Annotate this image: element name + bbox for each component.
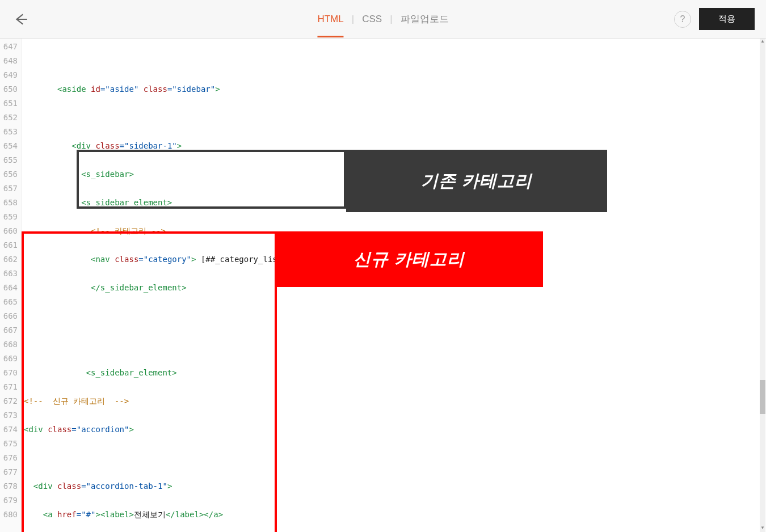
line-number: 653 — [0, 125, 18, 139]
code-editor[interactable]: 6476486496506516526536546556566576586596… — [0, 39, 766, 532]
code-line — [24, 309, 766, 323]
line-number: 658 — [0, 196, 18, 210]
annotation-label-existing: 기존 카테고리 — [346, 150, 607, 212]
line-number: 663 — [0, 267, 18, 281]
tab-upload[interactable]: 파일업로드 — [393, 12, 457, 26]
scroll-up-icon[interactable]: ▲ — [760, 39, 765, 45]
line-number: 648 — [0, 54, 18, 68]
code-line — [24, 54, 766, 68]
line-number: 677 — [0, 465, 18, 479]
line-number: 667 — [0, 323, 18, 337]
line-number: 679 — [0, 493, 18, 508]
line-number: 662 — [0, 252, 18, 267]
code-line — [24, 451, 766, 465]
code-line: <s_sidebar_element> — [24, 366, 766, 380]
code-line: <a href="#"><label>전체보기</label></a> — [24, 508, 766, 522]
line-number: 655 — [0, 153, 18, 167]
line-number: 678 — [0, 479, 18, 493]
tab-css[interactable]: CSS — [354, 14, 390, 25]
line-number: 674 — [0, 423, 18, 437]
arrow-left-icon — [14, 12, 28, 27]
code-line: <div class="accordion-tab-1"> — [24, 479, 766, 493]
line-number: 680 — [0, 508, 18, 522]
line-number: 654 — [0, 139, 18, 153]
line-number: 651 — [0, 96, 18, 111]
annotation-label-new: 신규 카테고리 — [275, 231, 543, 287]
line-number: 673 — [0, 408, 18, 423]
top-toolbar: HTML | CSS | 파일업로드 ? 적용 — [0, 0, 766, 39]
line-number: 661 — [0, 238, 18, 252]
code-line: <!-- 신규 카테고리 --> — [24, 394, 766, 408]
line-number: 675 — [0, 437, 18, 451]
code-line — [24, 337, 766, 352]
line-number: 668 — [0, 337, 18, 352]
code-line — [24, 111, 766, 125]
line-number: 672 — [0, 394, 18, 408]
line-number: 669 — [0, 352, 18, 366]
line-number: 649 — [0, 68, 18, 82]
back-button[interactable] — [11, 10, 31, 29]
code-line: <aside id="aside" class="sidebar"> — [24, 82, 766, 96]
line-number: 665 — [0, 295, 18, 309]
scroll-down-icon[interactable]: ▼ — [760, 525, 765, 532]
code-line: <div class="accordion"> — [24, 423, 766, 437]
apply-button[interactable]: 적용 — [699, 8, 755, 30]
line-number: 657 — [0, 181, 18, 196]
line-number: 670 — [0, 366, 18, 380]
tab-html[interactable]: HTML — [309, 14, 351, 25]
line-number: 659 — [0, 210, 18, 224]
line-number: 660 — [0, 224, 18, 238]
line-number: 647 — [0, 40, 18, 54]
line-number: 650 — [0, 82, 18, 96]
line-number: 666 — [0, 309, 18, 323]
line-number-gutter: 6476486496506516526536546556566576586596… — [0, 39, 22, 532]
line-number: 671 — [0, 380, 18, 394]
vertical-scrollbar[interactable]: ▲ ▼ — [760, 39, 765, 532]
line-number: 676 — [0, 451, 18, 465]
line-number: 664 — [0, 281, 18, 295]
editor-tabs: HTML | CSS | 파일업로드 — [309, 12, 456, 26]
help-button[interactable]: ? — [674, 11, 691, 28]
line-number: 656 — [0, 167, 18, 181]
line-number: 652 — [0, 111, 18, 125]
scroll-thumb[interactable] — [760, 380, 765, 414]
